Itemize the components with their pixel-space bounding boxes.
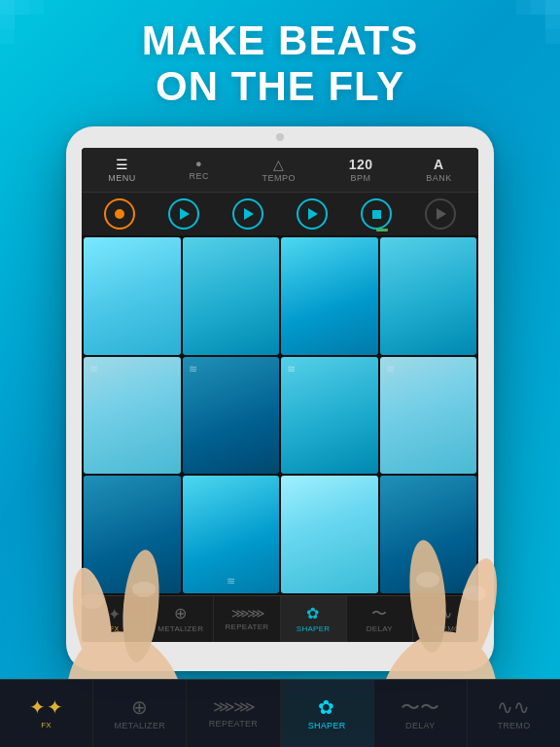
toolbar-menu[interactable]: ☰ MENU xyxy=(108,158,136,183)
toolbar-rec-label: REC xyxy=(189,171,209,181)
rec-icon: ● xyxy=(195,159,202,169)
pad-dot-1 xyxy=(129,583,134,587)
svg-rect-0 xyxy=(0,0,15,15)
stop-icon xyxy=(372,210,381,219)
fx-icon: ✦ xyxy=(108,607,121,622)
headline-line2: ON THE FLY xyxy=(156,63,404,109)
tab-metalizer-label: METALIZER xyxy=(114,721,165,730)
pad-grid: ≋ ≋ ≋ ≋ ≋ xyxy=(82,235,478,595)
effect-delay-label: DELAY xyxy=(367,624,393,633)
play-icon-1 xyxy=(180,208,190,220)
bottom-tab-bar: ✦✦ FX ⊕ METALIZER ⋙⋙ REPEATER ✿ SHAPER 〜… xyxy=(0,679,560,747)
play-icon-4 xyxy=(437,208,446,220)
pad-6[interactable]: ≋ xyxy=(183,357,280,475)
pad-wifi-2: ≋ xyxy=(189,363,197,375)
svg-rect-6 xyxy=(531,0,545,15)
tab-metalizer[interactable]: ⊕ METALIZER xyxy=(93,680,187,747)
transport-bar xyxy=(82,193,478,235)
tempo-icon: △ xyxy=(273,158,285,171)
tab-shaper[interactable]: ✿ SHAPER xyxy=(281,680,374,747)
pad-3[interactable] xyxy=(281,237,378,355)
pad-1[interactable] xyxy=(84,237,181,355)
tab-repeater-label: REPEATER xyxy=(209,719,258,729)
toolbar-bpm[interactable]: 120 BPM xyxy=(349,158,373,183)
effect-tremo[interactable]: ∿ TREMO xyxy=(413,596,478,642)
transport-btn-1[interactable] xyxy=(104,198,135,230)
effect-delay[interactable]: 〜 DELAY xyxy=(347,596,413,642)
effect-shaper[interactable]: ✿ SHAPER xyxy=(281,596,347,642)
transport-btn-3[interactable] xyxy=(232,198,263,230)
shaper-icon: ✿ xyxy=(306,606,319,622)
svg-rect-3 xyxy=(29,0,44,15)
repeater-icon: ⋙⋙ xyxy=(231,607,262,620)
svg-rect-1 xyxy=(15,0,29,15)
toolbar-rec[interactable]: ● REC xyxy=(189,159,209,181)
tab-fx-icon: ✦✦ xyxy=(29,697,63,717)
tab-tremo-label: TREMO xyxy=(497,721,530,730)
transport-btn-6[interactable] xyxy=(425,198,456,230)
transport-btn-5[interactable] xyxy=(361,198,392,230)
effect-metalizer-label: METALIZER xyxy=(158,624,203,633)
metalizer-icon: ⊕ xyxy=(174,606,187,622)
headline-line1: MAKE BEATS xyxy=(142,18,419,63)
pad-5[interactable]: ≋ xyxy=(84,357,181,475)
svg-rect-8 xyxy=(516,0,531,15)
pad-9[interactable] xyxy=(84,476,181,593)
effects-bar: ✦ FX ⊕ METALIZER ⋙⋙ REPEATER ✿ SHAPER 〜 … xyxy=(82,595,478,642)
tab-repeater-icon: ⋙⋙ xyxy=(213,699,254,715)
tab-fx-label: FX xyxy=(41,721,52,729)
pad-wifi-1: ≋ xyxy=(89,363,98,375)
play-icon-3 xyxy=(308,208,318,220)
pad-wifi-4: ≋ xyxy=(386,363,395,375)
toolbar-tempo-label: TEMPO xyxy=(262,173,297,183)
tab-metalizer-icon: ⊕ xyxy=(131,697,148,717)
toolbar-bank[interactable]: A BANK xyxy=(426,158,452,183)
pad-wifi-3: ≋ xyxy=(287,363,296,375)
transport-btn-2[interactable] xyxy=(168,198,199,230)
tab-tremo-icon: ∿∿ xyxy=(497,697,531,717)
svg-rect-5 xyxy=(545,0,560,15)
tab-delay[interactable]: 〜〜 DELAY xyxy=(374,680,468,747)
tab-delay-label: DELAY xyxy=(405,721,435,730)
pad-10[interactable]: ≋ xyxy=(183,476,280,593)
menu-icon: ☰ xyxy=(116,158,129,171)
delay-icon: 〜 xyxy=(371,606,387,622)
level-bar xyxy=(376,229,388,231)
toolbar-menu-label: MENU xyxy=(108,173,136,183)
pad-8[interactable]: ≋ xyxy=(380,357,477,475)
play-icon-2 xyxy=(244,208,254,220)
toolbar-bank-label: BANK xyxy=(426,173,452,183)
tab-fx[interactable]: ✦✦ FX xyxy=(0,680,93,747)
tab-shaper-icon: ✿ xyxy=(318,697,334,717)
pad-2[interactable] xyxy=(183,237,280,355)
headline: MAKE BEATS ON THE FLY xyxy=(0,18,560,109)
effect-tremo-label: TREMO xyxy=(431,624,460,633)
ipad-top-bar xyxy=(66,126,494,148)
tab-shaper-label: SHAPER xyxy=(308,721,346,730)
effect-metalizer[interactable]: ⊕ METALIZER xyxy=(148,596,214,642)
tab-tremo[interactable]: ∿∿ TREMO xyxy=(468,680,560,747)
effect-repeater-label: REPEATER xyxy=(225,622,268,631)
ipad-screen: ☰ MENU ● REC △ TEMPO 120 BPM A BANK xyxy=(82,148,478,642)
toolbar-bpm-label: BPM xyxy=(351,173,371,183)
ipad-device: ☰ MENU ● REC △ TEMPO 120 BPM A BANK xyxy=(66,126,494,671)
pad-wifi-5: ≋ xyxy=(227,575,235,587)
pad-7[interactable]: ≋ xyxy=(281,357,378,475)
bpm-value: 120 xyxy=(349,158,373,171)
effect-fx-label: FX xyxy=(110,625,120,632)
tab-repeater[interactable]: ⋙⋙ REPEATER xyxy=(187,680,280,747)
effect-shaper-label: SHAPER xyxy=(297,624,331,633)
pad-12[interactable] xyxy=(380,476,477,593)
toolbar-tempo[interactable]: △ TEMPO xyxy=(262,158,297,183)
transport-btn-4[interactable] xyxy=(297,198,328,230)
bank-value: A xyxy=(434,158,444,171)
pad-4[interactable] xyxy=(380,237,477,355)
tremo-icon: ∿ xyxy=(439,606,452,622)
effect-repeater[interactable]: ⋙⋙ REPEATER xyxy=(214,596,280,642)
ipad-camera xyxy=(276,133,284,141)
pad-11[interactable] xyxy=(281,476,378,593)
tab-delay-icon: 〜〜 xyxy=(401,697,440,717)
toolbar: ☰ MENU ● REC △ TEMPO 120 BPM A BANK xyxy=(82,148,478,193)
effect-fx[interactable]: ✦ FX xyxy=(82,596,148,642)
